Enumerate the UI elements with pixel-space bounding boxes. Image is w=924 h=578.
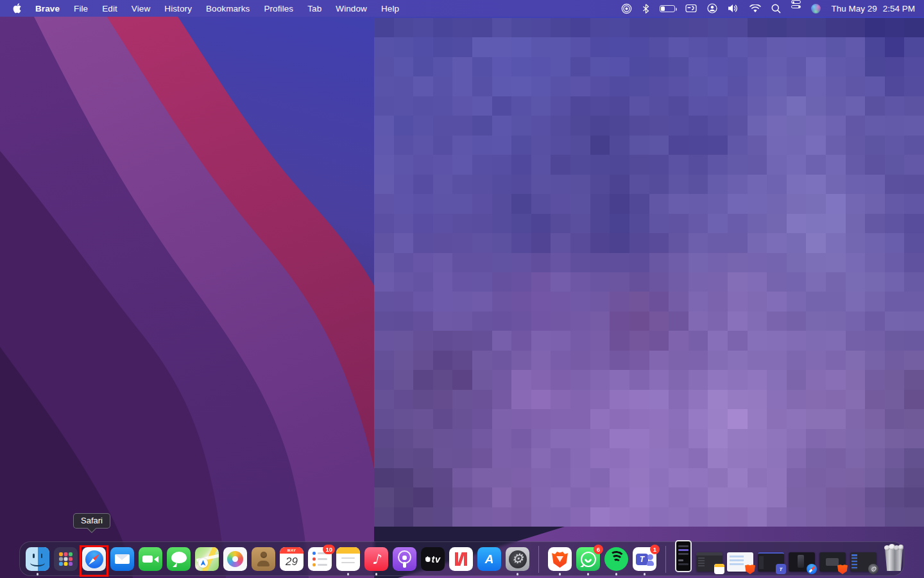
- user-account-icon[interactable]: [702, 0, 723, 17]
- menu-bar-left: BraveFileEditViewHistoryBookmarksProfile…: [0, 0, 406, 17]
- cal_month: MAY: [280, 547, 304, 554]
- logo_letter: T: [776, 564, 786, 574]
- settings-badge-icon: ⚙: [868, 564, 878, 574]
- dock-item-facetime[interactable]: [139, 547, 162, 571]
- highlight-rectangle: [80, 545, 108, 577]
- dock-item-maps[interactable]: [195, 547, 219, 571]
- dock-item-news[interactable]: [449, 547, 473, 571]
- menu-window[interactable]: Window: [329, 0, 374, 17]
- brave-badge-icon: [745, 564, 755, 574]
- dock-item-photos[interactable]: [223, 547, 247, 571]
- tv_text: tv: [432, 554, 441, 565]
- dock-item-music[interactable]: ♪: [364, 547, 388, 571]
- running-indicator-dot: [37, 573, 39, 575]
- dock-minimized-window-brave[interactable]: [727, 552, 753, 572]
- menu-bookmarks[interactable]: Bookmarks: [199, 0, 257, 17]
- dock-item-calendar[interactable]: MAY29: [280, 547, 304, 571]
- dock-item-reminders[interactable]: 10: [308, 547, 332, 571]
- siri-icon[interactable]: [806, 0, 826, 17]
- dock-item-iphone-mirroring[interactable]: [675, 540, 692, 572]
- dock-item-appstore[interactable]: A: [477, 547, 501, 571]
- notes-badge-icon: [714, 564, 724, 574]
- running-indicator-dot: [375, 573, 378, 575]
- apple-icon: [13, 3, 22, 13]
- teams-badge-icon: T: [776, 564, 786, 574]
- dock-item-finder[interactable]: [26, 547, 49, 571]
- safari-badge-icon: [807, 564, 817, 574]
- menu-bar-clock[interactable]: Thu May 29 2:54 PM: [826, 4, 915, 13]
- dock-item-whatsapp[interactable]: 6: [576, 547, 600, 571]
- running-indicator-dot: [517, 573, 519, 575]
- glyph: ⚙: [509, 550, 527, 568]
- menu-tab[interactable]: Tab: [300, 0, 329, 17]
- dock-item-podcasts[interactable]: [393, 547, 416, 571]
- running-indicator-dot: [347, 573, 350, 575]
- dock-item-safari[interactable]: [82, 547, 106, 571]
- running-indicator-dot: [587, 573, 590, 575]
- menu-edit[interactable]: Edit: [95, 0, 124, 17]
- menu-profiles[interactable]: Profiles: [257, 0, 300, 17]
- dock-item-teams[interactable]: T1: [633, 547, 656, 571]
- notification-badge: 1: [650, 545, 660, 554]
- dock-minimized-window-brave[interactable]: [819, 552, 846, 572]
- dock-minimized-window-safari[interactable]: [789, 552, 815, 572]
- apple-menu[interactable]: [6, 0, 28, 17]
- menu-history[interactable]: History: [157, 0, 199, 17]
- app-menus: BraveFileEditViewHistoryBookmarksProfile…: [28, 0, 406, 17]
- blurred-window[interactable]: [374, 18, 924, 527]
- dock-minimized-window-teams[interactable]: T: [758, 552, 784, 572]
- dock-minimized-window-notes[interactable]: [696, 552, 723, 572]
- input-source-icon[interactable]: [680, 0, 702, 17]
- cal_day: 29: [280, 554, 304, 571]
- glyph: A: [477, 547, 501, 571]
- dock-item-spotify[interactable]: [604, 547, 628, 571]
- menu-bar-status: Thu May 29 2:54 PM: [616, 0, 924, 17]
- dock: MAY2910♪tvA⚙6T1T⚙: [26, 543, 907, 576]
- notification-badge: 10: [323, 545, 335, 554]
- dock-item-appletv[interactable]: tv: [421, 547, 445, 571]
- menu-help[interactable]: Help: [374, 0, 406, 17]
- brave-badge-icon: [837, 564, 848, 574]
- volume-icon[interactable]: [723, 0, 744, 17]
- menu-brave[interactable]: Brave: [28, 0, 67, 17]
- desktop: BraveFileEditViewHistoryBookmarksProfile…: [0, 0, 924, 578]
- dock-item-contacts[interactable]: [252, 547, 275, 571]
- dock-item-messages[interactable]: [167, 547, 191, 571]
- clock-time: 2:54 PM: [883, 4, 915, 13]
- dock-item-launchpad[interactable]: [54, 547, 78, 571]
- wifi-icon[interactable]: [744, 0, 766, 17]
- dock-item-mail[interactable]: [110, 547, 134, 571]
- control-center-icon[interactable]: [786, 0, 806, 17]
- clock-date: Thu May 29: [831, 4, 877, 13]
- dock-item-settings[interactable]: ⚙: [506, 547, 529, 571]
- dock-separator: [665, 546, 666, 573]
- glyph: ♪: [364, 547, 388, 571]
- menu-bar: BraveFileEditViewHistoryBookmarksProfile…: [0, 0, 924, 17]
- airplay-icon[interactable]: [616, 0, 637, 17]
- dock-minimized-window-settings[interactable]: ⚙: [850, 552, 877, 572]
- bluetooth-icon[interactable]: [637, 0, 654, 17]
- notification-badge: 6: [594, 545, 603, 554]
- spotlight-search-icon[interactable]: [766, 0, 786, 17]
- dock-item-brave[interactable]: [548, 547, 572, 571]
- menu-view[interactable]: View: [124, 0, 157, 17]
- dock-item-notes[interactable]: [336, 547, 360, 571]
- running-indicator-dot: [644, 573, 646, 575]
- glyph: ⚙: [868, 564, 878, 574]
- running-indicator-dot: [559, 573, 561, 575]
- running-indicator-dot: [615, 573, 618, 575]
- battery-icon[interactable]: [654, 0, 680, 17]
- dock-item-trash[interactable]: [881, 544, 907, 572]
- dock-separator: [538, 546, 539, 573]
- dock-tooltip: Safari: [73, 513, 110, 529]
- menu-file[interactable]: File: [67, 0, 95, 17]
